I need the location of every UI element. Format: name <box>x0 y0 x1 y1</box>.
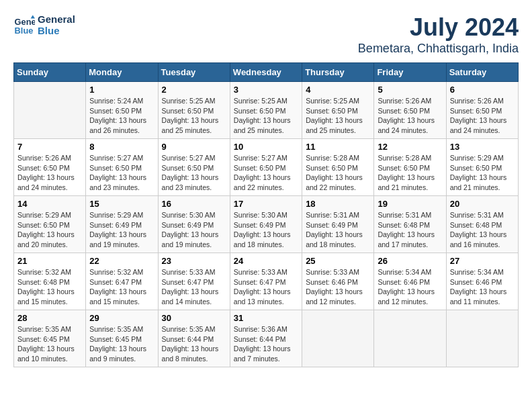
logo-line2: Blue <box>38 25 75 36</box>
day-number: 4 <box>306 85 370 95</box>
day-number: 30 <box>162 313 226 323</box>
day-cell: 1Sunrise: 5:24 AMSunset: 6:50 PMDaylight… <box>86 82 158 139</box>
day-cell: 30Sunrise: 5:35 AMSunset: 6:44 PMDayligh… <box>158 310 230 367</box>
calendar-body: 1Sunrise: 5:24 AMSunset: 6:50 PMDaylight… <box>14 82 519 367</box>
day-number: 2 <box>162 85 226 95</box>
header-cell-monday: Monday <box>86 63 158 82</box>
week-row-4: 21Sunrise: 5:32 AMSunset: 6:48 PMDayligh… <box>14 253 519 310</box>
day-info: Sunrise: 5:25 AMSunset: 6:50 PMDaylight:… <box>234 96 298 136</box>
day-number: 19 <box>378 199 442 209</box>
day-info: Sunrise: 5:32 AMSunset: 6:47 PMDaylight:… <box>89 267 154 307</box>
day-number: 16 <box>162 199 226 209</box>
day-cell: 4Sunrise: 5:25 AMSunset: 6:50 PMDaylight… <box>302 82 374 139</box>
day-info: Sunrise: 5:34 AMSunset: 6:46 PMDaylight:… <box>450 267 515 307</box>
day-info: Sunrise: 5:29 AMSunset: 6:49 PMDaylight:… <box>89 210 154 250</box>
day-number: 21 <box>17 256 82 266</box>
day-info: Sunrise: 5:28 AMSunset: 6:50 PMDaylight:… <box>306 153 370 193</box>
day-info: Sunrise: 5:26 AMSunset: 6:50 PMDaylight:… <box>17 153 82 193</box>
header-cell-sunday: Sunday <box>14 63 86 82</box>
day-number: 6 <box>450 85 515 95</box>
day-info: Sunrise: 5:34 AMSunset: 6:46 PMDaylight:… <box>378 267 442 307</box>
day-cell: 31Sunrise: 5:36 AMSunset: 6:44 PMDayligh… <box>230 310 302 367</box>
svg-text:Blue: Blue <box>15 26 34 36</box>
day-number: 31 <box>234 313 298 323</box>
title-area: July 2024 Bemetara, Chhattisgarh, India <box>358 13 519 56</box>
day-number: 25 <box>306 256 370 266</box>
day-info: Sunrise: 5:29 AMSunset: 6:50 PMDaylight:… <box>450 153 515 193</box>
day-info: Sunrise: 5:35 AMSunset: 6:45 PMDaylight:… <box>89 324 154 364</box>
day-cell: 5Sunrise: 5:26 AMSunset: 6:50 PMDaylight… <box>374 82 446 139</box>
day-info: Sunrise: 5:27 AMSunset: 6:50 PMDaylight:… <box>162 153 226 193</box>
day-info: Sunrise: 5:30 AMSunset: 6:49 PMDaylight:… <box>162 210 226 250</box>
day-info: Sunrise: 5:31 AMSunset: 6:49 PMDaylight:… <box>306 210 370 250</box>
header-cell-friday: Friday <box>374 63 446 82</box>
day-number: 12 <box>378 142 442 152</box>
day-cell: 7Sunrise: 5:26 AMSunset: 6:50 PMDaylight… <box>14 139 86 196</box>
day-number: 20 <box>450 199 515 209</box>
day-info: Sunrise: 5:26 AMSunset: 6:50 PMDaylight:… <box>378 96 442 136</box>
day-cell: 23Sunrise: 5:33 AMSunset: 6:47 PMDayligh… <box>158 253 230 310</box>
day-cell: 9Sunrise: 5:27 AMSunset: 6:50 PMDaylight… <box>158 139 230 196</box>
page-header: General Blue General Blue July 2024 Beme… <box>13 13 519 56</box>
day-number: 11 <box>306 142 370 152</box>
day-cell: 19Sunrise: 5:31 AMSunset: 6:48 PMDayligh… <box>374 196 446 253</box>
day-cell: 12Sunrise: 5:28 AMSunset: 6:50 PMDayligh… <box>374 139 446 196</box>
day-cell: 6Sunrise: 5:26 AMSunset: 6:50 PMDaylight… <box>446 82 518 139</box>
day-cell: 22Sunrise: 5:32 AMSunset: 6:47 PMDayligh… <box>86 253 158 310</box>
day-cell: 18Sunrise: 5:31 AMSunset: 6:49 PMDayligh… <box>302 196 374 253</box>
day-number: 17 <box>234 199 298 209</box>
calendar-table: SundayMondayTuesdayWednesdayThursdayFrid… <box>13 62 519 367</box>
day-info: Sunrise: 5:26 AMSunset: 6:50 PMDaylight:… <box>450 96 515 136</box>
day-number: 10 <box>234 142 298 152</box>
week-row-3: 14Sunrise: 5:29 AMSunset: 6:50 PMDayligh… <box>14 196 519 253</box>
day-cell: 13Sunrise: 5:29 AMSunset: 6:50 PMDayligh… <box>446 139 518 196</box>
day-info: Sunrise: 5:33 AMSunset: 6:46 PMDaylight:… <box>306 267 370 307</box>
day-number: 22 <box>89 256 154 266</box>
day-cell <box>302 310 374 367</box>
day-info: Sunrise: 5:33 AMSunset: 6:47 PMDaylight:… <box>234 267 298 307</box>
day-cell: 20Sunrise: 5:31 AMSunset: 6:48 PMDayligh… <box>446 196 518 253</box>
day-number: 27 <box>450 256 515 266</box>
day-cell: 17Sunrise: 5:30 AMSunset: 6:49 PMDayligh… <box>230 196 302 253</box>
day-number: 1 <box>89 85 154 95</box>
day-cell: 26Sunrise: 5:34 AMSunset: 6:46 PMDayligh… <box>374 253 446 310</box>
day-number: 8 <box>89 142 154 152</box>
day-cell: 15Sunrise: 5:29 AMSunset: 6:49 PMDayligh… <box>86 196 158 253</box>
day-cell: 14Sunrise: 5:29 AMSunset: 6:50 PMDayligh… <box>14 196 86 253</box>
day-cell: 24Sunrise: 5:33 AMSunset: 6:47 PMDayligh… <box>230 253 302 310</box>
logo-line1: General <box>38 13 75 25</box>
day-cell: 21Sunrise: 5:32 AMSunset: 6:48 PMDayligh… <box>14 253 86 310</box>
day-info: Sunrise: 5:35 AMSunset: 6:44 PMDaylight:… <box>162 324 226 364</box>
day-info: Sunrise: 5:25 AMSunset: 6:50 PMDaylight:… <box>306 96 370 136</box>
day-number: 7 <box>17 142 82 152</box>
day-info: Sunrise: 5:35 AMSunset: 6:45 PMDaylight:… <box>17 324 82 364</box>
sub-title: Bemetara, Chhattisgarh, India <box>358 42 519 56</box>
day-cell: 27Sunrise: 5:34 AMSunset: 6:46 PMDayligh… <box>446 253 518 310</box>
day-cell: 2Sunrise: 5:25 AMSunset: 6:50 PMDaylight… <box>158 82 230 139</box>
day-number: 28 <box>17 313 82 323</box>
day-number: 3 <box>234 85 298 95</box>
day-cell: 10Sunrise: 5:27 AMSunset: 6:50 PMDayligh… <box>230 139 302 196</box>
day-number: 29 <box>89 313 154 323</box>
week-row-1: 1Sunrise: 5:24 AMSunset: 6:50 PMDaylight… <box>14 82 519 139</box>
day-info: Sunrise: 5:27 AMSunset: 6:50 PMDaylight:… <box>89 153 154 193</box>
main-title: July 2024 <box>358 13 519 42</box>
day-number: 9 <box>162 142 226 152</box>
day-cell: 3Sunrise: 5:25 AMSunset: 6:50 PMDaylight… <box>230 82 302 139</box>
day-cell: 25Sunrise: 5:33 AMSunset: 6:46 PMDayligh… <box>302 253 374 310</box>
day-number: 26 <box>378 256 442 266</box>
header-cell-wednesday: Wednesday <box>230 63 302 82</box>
day-info: Sunrise: 5:33 AMSunset: 6:47 PMDaylight:… <box>162 267 226 307</box>
day-info: Sunrise: 5:29 AMSunset: 6:50 PMDaylight:… <box>17 210 82 250</box>
day-info: Sunrise: 5:27 AMSunset: 6:50 PMDaylight:… <box>234 153 298 193</box>
day-cell <box>374 310 446 367</box>
week-row-2: 7Sunrise: 5:26 AMSunset: 6:50 PMDaylight… <box>14 139 519 196</box>
day-info: Sunrise: 5:24 AMSunset: 6:50 PMDaylight:… <box>89 96 154 136</box>
header-cell-saturday: Saturday <box>446 63 518 82</box>
header-row: SundayMondayTuesdayWednesdayThursdayFrid… <box>14 63 519 82</box>
day-number: 15 <box>89 199 154 209</box>
day-info: Sunrise: 5:32 AMSunset: 6:48 PMDaylight:… <box>17 267 82 307</box>
calendar-header: SundayMondayTuesdayWednesdayThursdayFrid… <box>14 63 519 82</box>
header-cell-tuesday: Tuesday <box>158 63 230 82</box>
logo: General Blue General Blue <box>13 13 75 36</box>
